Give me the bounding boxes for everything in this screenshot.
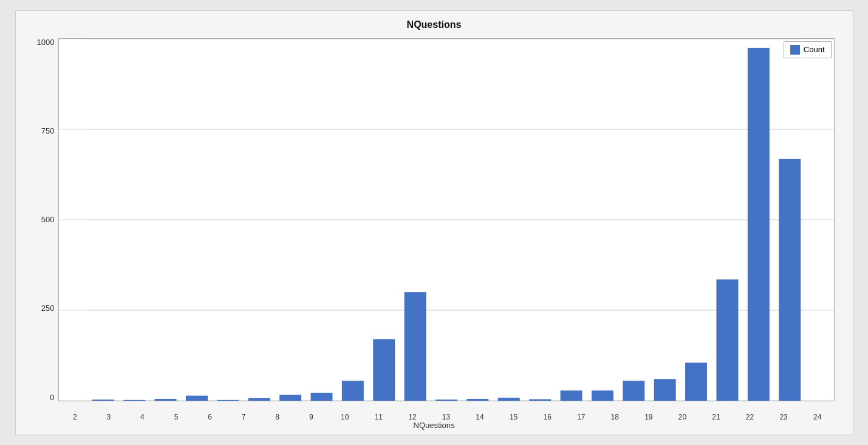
bar-11 — [373, 339, 395, 400]
bar-9 — [310, 392, 332, 400]
x-tick-19: 19 — [632, 413, 666, 421]
bar-13 — [436, 399, 457, 401]
x-tick-14: 14 — [463, 413, 497, 421]
bar-23 — [747, 47, 769, 400]
bar-18 — [591, 390, 613, 401]
x-tick-5: 5 — [159, 413, 193, 421]
x-tick-24: 24 — [801, 413, 835, 421]
legend-color-box — [790, 45, 800, 55]
x-tick-3: 3 — [92, 413, 126, 421]
bar-19 — [623, 381, 644, 401]
x-tick-2: 2 — [58, 413, 92, 421]
bar-15 — [497, 398, 519, 401]
x-tick-15: 15 — [497, 413, 531, 421]
bar-7 — [248, 398, 270, 400]
x-tick-6: 6 — [193, 413, 227, 421]
x-tick-18: 18 — [598, 413, 632, 421]
x-axis-title: NQuestions — [16, 421, 853, 430]
bar-3 — [123, 399, 145, 400]
bar-24 — [779, 158, 801, 400]
x-tick-16: 16 — [530, 413, 564, 421]
chart-title: NQuestions — [16, 19, 853, 30]
y-axis: 1000 750 500 250 0 — [16, 38, 58, 401]
chart-container: NQuestions 1000 750 500 250 0 2345678910… — [15, 10, 853, 435]
bar-12 — [404, 292, 426, 401]
x-tick-20: 20 — [666, 413, 700, 421]
bar-6 — [217, 399, 239, 400]
y-tick-750: 750 — [41, 127, 55, 135]
bars-chart — [59, 39, 834, 401]
x-tick-9: 9 — [294, 413, 328, 421]
bar-14 — [466, 399, 488, 401]
chart-plot-area — [58, 38, 835, 401]
bar-10 — [341, 381, 363, 401]
legend-label: Count — [804, 45, 825, 54]
bar-17 — [560, 390, 582, 401]
x-tick-8: 8 — [261, 413, 295, 421]
bar-16 — [529, 399, 551, 400]
x-tick-21: 21 — [699, 413, 733, 421]
x-tick-13: 13 — [429, 413, 463, 421]
x-tick-4: 4 — [126, 413, 160, 421]
x-axis-ticks: 23456789101112131415161718192021222324 — [58, 413, 835, 421]
x-tick-10: 10 — [328, 413, 362, 421]
y-tick-0: 0 — [50, 393, 54, 401]
y-tick-500: 500 — [41, 216, 55, 223]
x-tick-17: 17 — [564, 413, 598, 421]
bar-8 — [279, 395, 301, 401]
bar-2 — [92, 399, 114, 401]
bar-20 — [654, 379, 675, 401]
x-tick-12: 12 — [395, 413, 429, 421]
bar-21 — [685, 362, 707, 401]
x-tick-11: 11 — [362, 413, 396, 421]
chart-legend: Count — [784, 41, 832, 58]
bar-5 — [185, 395, 207, 400]
x-tick-23: 23 — [767, 413, 801, 421]
y-tick-250: 250 — [41, 304, 55, 312]
x-tick-7: 7 — [227, 413, 261, 421]
bar-4 — [154, 399, 176, 401]
y-tick-1000: 1000 — [37, 38, 55, 46]
x-tick-22: 22 — [733, 413, 767, 421]
bar-22 — [716, 279, 738, 401]
